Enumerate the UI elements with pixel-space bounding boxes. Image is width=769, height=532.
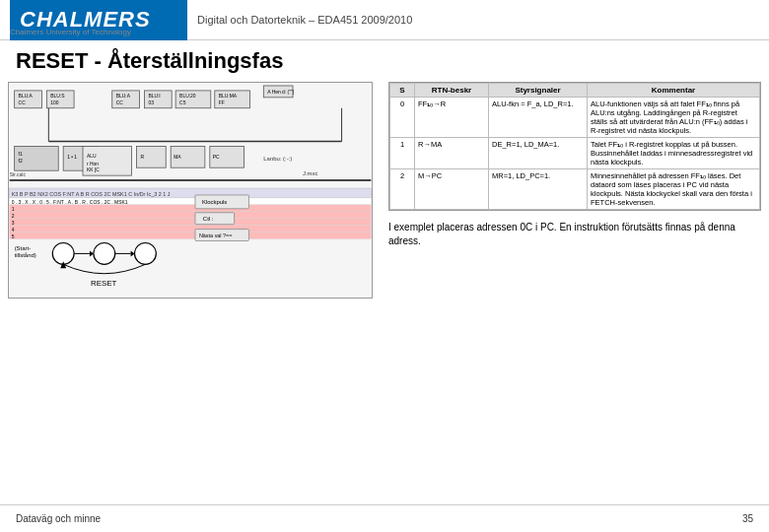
svg-text:KK  ]C: KK ]C xyxy=(87,167,100,172)
cell-rtn-2: R→MA xyxy=(415,138,489,169)
svg-rect-49 xyxy=(10,212,372,219)
circuit-svg: BLU:A CC BLU:S 100 BLU:A CC BLU:I 03 BLU… xyxy=(9,83,372,298)
svg-text:BLU:MA: BLU:MA xyxy=(219,94,238,99)
col-header-rtn: RTN-beskr xyxy=(415,84,489,98)
svg-text:FF: FF xyxy=(219,100,225,105)
cell-kom-3: Minnesinnehållet på adressen FF₁₀ läses.… xyxy=(588,169,760,210)
cell-kom-2: Talet FF₁₀ i R-registret kopplas ut på b… xyxy=(588,138,760,169)
svg-point-68 xyxy=(94,243,115,265)
cell-s-2: 1 xyxy=(390,138,415,169)
svg-rect-53 xyxy=(10,226,372,233)
table-row: 0FF₁₀→RALU-fkn = F_a, LD_R=1.ALU-funktio… xyxy=(390,98,760,138)
svg-text:CC: CC xyxy=(19,100,27,105)
svg-point-65 xyxy=(52,243,74,265)
header-subtitle: Digital och Datorteknik – EDA451 2009/20… xyxy=(197,14,759,26)
svg-text:Klockpuls: Klockpuls xyxy=(202,199,227,205)
svg-text:BLU:20: BLU:20 xyxy=(179,94,196,99)
svg-text:RESET: RESET xyxy=(91,279,117,288)
svg-rect-47 xyxy=(10,205,372,212)
svg-text:CC: CC xyxy=(116,100,124,105)
svg-point-71 xyxy=(135,243,157,265)
svg-text:(Start-: (Start- xyxy=(15,245,32,251)
svg-text:R: R xyxy=(140,155,144,160)
svg-text:BLU:S: BLU:S xyxy=(50,94,65,99)
cell-rtn-1: FF₁₀→R xyxy=(415,98,489,138)
svg-text:4: 4 xyxy=(12,228,15,233)
cell-sig-2: DE_R=1, LD_MA=1. xyxy=(489,138,588,169)
footer: Dataväg och minne 35 xyxy=(0,504,769,532)
svg-text:J.mxc: J.mxc xyxy=(303,170,318,176)
footer-left: Dataväg och minne xyxy=(16,513,101,524)
page-title-bar: RESET - Återställningsfas xyxy=(0,40,769,78)
svg-text:Str.calc: Str.calc xyxy=(10,172,27,177)
circuit-diagram: BLU:A CC BLU:S 100 BLU:A CC BLU:I 03 BLU… xyxy=(8,82,373,299)
svg-text:100: 100 xyxy=(50,100,58,105)
svg-text:ALU: ALU xyxy=(87,154,97,159)
svg-rect-59 xyxy=(195,213,235,225)
svg-text:K3  B  P  B2  NX2  COS  F:NT  : K3 B P B2 NX2 COS F:NT A B R COS 2C MSK1… xyxy=(12,191,171,197)
svg-text:PC: PC xyxy=(213,155,220,160)
col-header-s: S xyxy=(390,84,415,98)
cell-kom-1: ALU-funktionen väljs så att falet FF₁₀ f… xyxy=(588,98,760,138)
svg-text:f2: f2 xyxy=(19,159,23,164)
svg-text:C5: C5 xyxy=(179,100,186,105)
col-header-sig: Styrsignaler xyxy=(489,84,588,98)
diagram-area: BLU:A CC BLU:S 100 BLU:A CC BLU:I 03 BLU… xyxy=(8,82,383,507)
svg-text:BLU:I: BLU:I xyxy=(148,94,160,99)
svg-text:03: 03 xyxy=(148,100,154,105)
svg-text:BLU:A: BLU:A xyxy=(116,94,131,99)
cell-s-3: 2 xyxy=(390,169,415,210)
svg-text:MA: MA xyxy=(174,155,181,160)
svg-text:f1: f1 xyxy=(19,152,23,157)
example-text: I exemplet placeras adressen 0C i PC. En… xyxy=(388,217,761,252)
rtm-table: S RTN-beskr Styrsignaler Kommentar 0FF₁₀… xyxy=(388,82,761,211)
main-content: BLU:A CC BLU:S 100 BLU:A CC BLU:I 03 BLU… xyxy=(0,78,769,511)
svg-text:r Hon: r Hon xyxy=(87,162,99,166)
svg-text:0 . 3 . X . X . 0 . 5 . F:NT .: 0 . 3 . X . X . 0 . 5 . F:NT . A . B . R… xyxy=(12,200,128,205)
svg-text:2: 2 xyxy=(12,214,15,219)
table-row: 1R→MADE_R=1, LD_MA=1.Talet FF₁₀ i R-regi… xyxy=(390,138,760,169)
cell-sig-3: MR=1, LD_PC=1. xyxy=(489,169,588,210)
svg-rect-51 xyxy=(10,219,372,226)
col-header-kom: Kommentar xyxy=(588,84,760,98)
svg-text:1: 1 xyxy=(12,207,15,212)
cell-rtn-3: M→PC xyxy=(415,169,489,210)
svg-text:5: 5 xyxy=(12,234,15,239)
svg-rect-55 xyxy=(10,233,372,239)
page-title: RESET - Återställningsfas xyxy=(16,48,753,74)
cell-s-1: 0 xyxy=(390,98,415,138)
svg-text:tillstånd): tillstånd) xyxy=(15,252,36,258)
svg-text:Lanbu: (:-:): Lanbu: (:-:) xyxy=(263,156,292,162)
svg-text:Ctl :: Ctl : xyxy=(203,216,214,222)
svg-text:3: 3 xyxy=(12,221,15,226)
svg-text:A Hen d: (""): A Hen d: ("") xyxy=(267,90,294,95)
svg-text:BLU:A: BLU:A xyxy=(19,94,34,99)
university-label: Chalmers University of Technology xyxy=(10,28,131,36)
svg-text:1 • 1: 1 • 1 xyxy=(67,155,77,160)
svg-text:Nästa val ?==: Nästa val ?== xyxy=(199,233,233,238)
instruction-area: S RTN-beskr Styrsignaler Kommentar 0FF₁₀… xyxy=(388,82,761,507)
table-row: 2M→PCMR=1, LD_PC=1.Minnesinnehållet på a… xyxy=(390,169,760,210)
footer-right: 35 xyxy=(742,513,753,524)
cell-sig-1: ALU-fkn = F_a, LD_R=1. xyxy=(489,98,588,138)
